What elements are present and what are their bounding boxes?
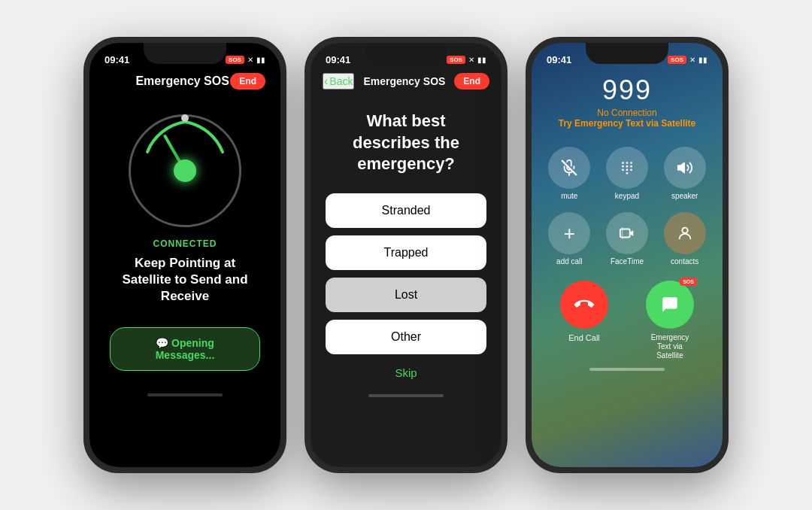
opening-messages-button[interactable]: 💬 Opening Messages... bbox=[110, 327, 260, 371]
phone-2: 09:41 SOS ✕ ▮▮ ‹ Back Emergency SOS End … bbox=[304, 37, 508, 473]
mute-label: mute bbox=[561, 192, 577, 200]
phones-container: 09:41 SOS ✕ ▮▮ Emergency SOS End bbox=[68, 22, 744, 488]
svg-point-3 bbox=[626, 162, 629, 164]
call-buttons-grid: mute keypad bbox=[532, 135, 723, 266]
keypad-button-item[interactable]: keypad bbox=[604, 147, 650, 200]
option-trapped[interactable]: Trapped bbox=[326, 235, 486, 270]
facetime-label: FaceTime bbox=[611, 257, 644, 266]
contacts-button-item[interactable]: contacts bbox=[662, 212, 707, 266]
svg-point-9 bbox=[626, 168, 629, 171]
mute-icon bbox=[561, 159, 577, 176]
option-stranded[interactable]: Stranded bbox=[326, 193, 486, 228]
contacts-label: contacts bbox=[671, 257, 698, 266]
phone-1-end-button[interactable]: End bbox=[230, 73, 265, 90]
facetime-icon bbox=[619, 226, 635, 240]
phone-1-home-indicator bbox=[147, 393, 223, 396]
phone-2-end-button[interactable]: End bbox=[454, 73, 489, 90]
phone-2-sos-badge: SOS bbox=[447, 56, 465, 64]
plus-icon: + bbox=[564, 222, 575, 245]
compass-center-dot bbox=[174, 159, 196, 182]
message-icon: 💬 bbox=[156, 337, 171, 349]
speaker-button-item[interactable]: speaker bbox=[662, 147, 707, 200]
skip-button[interactable]: Skip bbox=[311, 366, 501, 379]
speaker-label: speaker bbox=[671, 192, 698, 200]
phone-3-screen: 09:41 SOS ✕ ▮▮ 999 No Connection Try Eme… bbox=[532, 43, 723, 467]
add-call-label: add call bbox=[556, 257, 582, 266]
speaker-button[interactable] bbox=[664, 147, 706, 189]
phone-1-header: Emergency SOS End bbox=[89, 71, 280, 96]
keypad-label: keypad bbox=[615, 192, 639, 200]
phone-2-signal-icon: ✕ bbox=[468, 56, 474, 64]
end-call-label: End Call bbox=[568, 333, 600, 342]
phone-2-header: ‹ Back Emergency SOS End bbox=[311, 71, 501, 96]
svg-point-15 bbox=[682, 228, 687, 233]
phone-3-time: 09:41 bbox=[547, 54, 571, 65]
no-connection-text: No Connection bbox=[532, 108, 723, 118]
svg-point-6 bbox=[626, 165, 629, 168]
phone-2-screen: 09:41 SOS ✕ ▮▮ ‹ Back Emergency SOS End … bbox=[311, 43, 501, 467]
try-satellite-text: Try Emergency Text via Satellite bbox=[532, 118, 723, 129]
end-call-icon bbox=[574, 295, 594, 314]
phone-2-battery-icon: ▮▮ bbox=[477, 56, 486, 64]
phone-2-title: Emergency SOS bbox=[363, 75, 445, 87]
compass-top-dot bbox=[181, 114, 189, 122]
phone-1-status-icons: SOS ✕ ▮▮ bbox=[226, 56, 265, 64]
keypad-icon bbox=[619, 159, 635, 176]
back-chevron-icon: ‹ bbox=[324, 74, 328, 88]
contacts-icon bbox=[677, 225, 693, 241]
connected-text: CONNECTED bbox=[89, 238, 280, 249]
mute-button[interactable] bbox=[548, 147, 590, 189]
emergency-question: What best describes the emergency? bbox=[333, 111, 479, 175]
keep-pointing-text: Keep Pointing at Satellite to Send and R… bbox=[112, 255, 258, 305]
call-actions-row: End Call SOS EmergencyText viaSatellite bbox=[532, 266, 723, 360]
facetime-button-item[interactable]: FaceTime bbox=[604, 212, 650, 266]
speaker-icon bbox=[677, 159, 693, 176]
emergency-text-button-item[interactable]: SOS EmergencyText viaSatellite bbox=[646, 281, 694, 360]
phone-3-status-icons: SOS ✕ ▮▮ bbox=[668, 56, 707, 64]
back-button[interactable]: ‹ Back bbox=[323, 73, 354, 90]
svg-point-4 bbox=[630, 162, 632, 164]
phone-2-status-icons: SOS ✕ ▮▮ bbox=[447, 56, 486, 64]
facetime-button[interactable] bbox=[606, 212, 648, 254]
phone-1-screen: 09:41 SOS ✕ ▮▮ Emergency SOS End bbox=[89, 43, 280, 467]
phone-1-signal-icon: ✕ bbox=[247, 56, 253, 64]
message-satellite-icon bbox=[660, 295, 680, 314]
phone-3-sos-badge: SOS bbox=[668, 56, 686, 64]
svg-point-8 bbox=[622, 168, 624, 171]
end-call-button[interactable] bbox=[560, 281, 608, 329]
option-lost[interactable]: Lost bbox=[326, 278, 486, 312]
svg-marker-12 bbox=[677, 163, 683, 173]
phone-3-battery-icon: ▮▮ bbox=[698, 56, 707, 64]
end-call-button-item[interactable]: End Call bbox=[560, 281, 608, 360]
dialed-number: 999 bbox=[532, 74, 723, 106]
phone-1-sos-badge: SOS bbox=[226, 56, 244, 64]
svg-rect-13 bbox=[620, 229, 630, 238]
phone-3: 09:41 SOS ✕ ▮▮ 999 No Connection Try Eme… bbox=[526, 37, 729, 473]
add-call-button[interactable]: + bbox=[548, 212, 590, 254]
phone-2-home-indicator bbox=[368, 394, 444, 397]
phone-2-status-bar: 09:41 SOS ✕ ▮▮ bbox=[311, 43, 501, 71]
mute-button-item[interactable]: mute bbox=[547, 147, 592, 200]
svg-point-2 bbox=[622, 162, 624, 164]
phone-1-status-bar: 09:41 SOS ✕ ▮▮ bbox=[89, 43, 280, 71]
option-other[interactable]: Other bbox=[326, 320, 486, 354]
keypad-button[interactable] bbox=[606, 147, 648, 189]
emergency-sos-badge: SOS bbox=[680, 278, 697, 286]
phone-1: 09:41 SOS ✕ ▮▮ Emergency SOS End bbox=[83, 37, 286, 473]
svg-point-7 bbox=[630, 165, 632, 168]
svg-point-11 bbox=[626, 172, 629, 175]
svg-point-10 bbox=[630, 168, 632, 171]
phone-1-title: Emergency SOS bbox=[135, 74, 229, 88]
phone-3-status-bar: 09:41 SOS ✕ ▮▮ bbox=[532, 43, 723, 71]
emergency-text-label: EmergencyText viaSatellite bbox=[651, 333, 689, 360]
svg-point-5 bbox=[622, 165, 624, 168]
contacts-button[interactable] bbox=[664, 212, 706, 254]
phone-1-time: 09:41 bbox=[105, 54, 129, 65]
phone-1-battery-icon: ▮▮ bbox=[256, 56, 265, 64]
phone-3-home-indicator bbox=[589, 368, 665, 371]
add-call-button-item[interactable]: + add call bbox=[547, 212, 592, 266]
phone-3-signal-icon: ✕ bbox=[689, 56, 695, 64]
satellite-compass bbox=[125, 111, 245, 231]
back-label: Back bbox=[329, 75, 353, 87]
emergency-text-button[interactable] bbox=[646, 281, 694, 329]
